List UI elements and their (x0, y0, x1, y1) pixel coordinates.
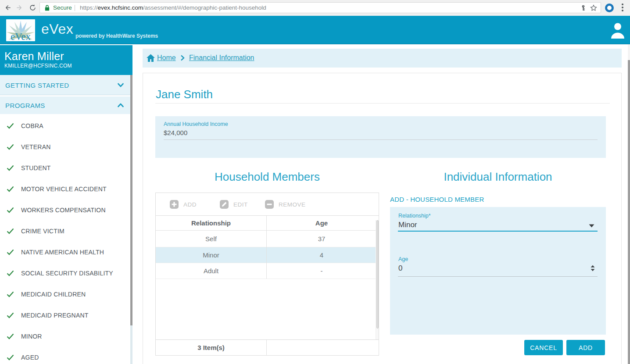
user-email: KMILLER@HCFSINC.COM (4, 63, 128, 69)
sidebar-item-aged[interactable]: AGED (0, 347, 130, 364)
income-underline (164, 139, 598, 140)
check-icon (7, 186, 14, 192)
sidebar-item-crime-victim[interactable]: CRIME VICTIM (0, 221, 130, 242)
forward-icon[interactable] (16, 4, 23, 11)
table-row-selected[interactable]: Minor 4 (156, 247, 379, 263)
edit-row-label: EDIT (233, 201, 248, 208)
sidebar-item-social-security-disability[interactable]: SOCIAL SECURITY DISABILITY (0, 263, 130, 284)
patient-name: Jane Smith (156, 88, 213, 101)
age-underline (398, 276, 598, 277)
sidebar-section-programs[interactable]: PROGRAMS (0, 96, 132, 114)
sidebar-item-label: NATIVE AMERICAN HEALTH (21, 249, 104, 256)
home-icon[interactable] (147, 54, 155, 62)
chevron-up-icon (118, 103, 124, 107)
add-row-button[interactable]: ADD (170, 200, 205, 209)
dropdown-caret-icon[interactable] (589, 224, 594, 228)
cell-relationship: Minor (156, 247, 266, 263)
check-icon (7, 312, 14, 318)
page-scrollbar-thumb[interactable] (628, 60, 630, 364)
cell-age: - (266, 263, 377, 279)
check-icon (7, 207, 14, 213)
sidebar-item-medicaid-pregnant[interactable]: MEDICAID PREGNANT (0, 305, 130, 326)
breadcrumb-home-link[interactable]: Home (157, 54, 176, 62)
main-content: Home Financial Information Jane Smith An… (132, 44, 630, 364)
income-section: Annual Household Income $24,000 (155, 116, 606, 158)
add-household-member-subtitle: ADD - HOUSEHOLD MEMBER (390, 196, 484, 203)
divider (155, 103, 610, 103)
user-profile-icon[interactable] (610, 22, 625, 39)
sidebar-item-motor-vehicle-accident[interactable]: MOTOR VEHICLE ACCIDENT (0, 178, 130, 200)
household-members-table: ADD EDIT REMOVE (155, 193, 379, 356)
sidebar-item-label: MINOR (21, 333, 42, 340)
address-bar[interactable]: Secure https://evex.hcfsinc.com/assessme… (39, 2, 601, 13)
browser-toolbar: Secure https://evex.hcfsinc.com/assessme… (0, 0, 630, 16)
column-header-age[interactable]: Age (266, 216, 377, 231)
evex-logo: eVex (6, 19, 35, 41)
table-row[interactable]: Adult - (156, 263, 379, 279)
check-icon (7, 291, 14, 297)
remove-row-label: REMOVE (279, 201, 306, 208)
minus-icon (265, 200, 274, 209)
table-scrollbar[interactable] (376, 220, 379, 339)
sidebar-section-getting-started[interactable]: GETTING STARTED (0, 75, 132, 95)
cell-age: 4 (266, 247, 377, 263)
item-count: 3 Item(s) (156, 340, 266, 356)
sidebar-item-label: MEDICAID PREGNANT (21, 312, 89, 319)
section-label: PROGRAMS (5, 102, 45, 109)
table-footer: 3 Item(s) (156, 339, 379, 355)
income-input[interactable]: $24,000 (164, 129, 187, 136)
breadcrumb: Home Financial Information (143, 49, 622, 68)
sidebar: Karen Miller KMILLER@HCFSINC.COM GETTING… (0, 44, 132, 364)
password-key-icon[interactable] (580, 4, 586, 11)
sidebar-item-label: AGED (21, 354, 39, 361)
table-row[interactable]: Self 37 (156, 231, 379, 247)
sidebar-item-native-american-health[interactable]: NATIVE AMERICAN HEALTH (0, 242, 130, 263)
sidebar-item-student[interactable]: STUDENT (0, 157, 130, 178)
column-separator (266, 216, 267, 279)
browser-menu-icon[interactable] (622, 4, 623, 12)
breadcrumb-financial-link[interactable]: Financial Information (189, 54, 254, 62)
sidebar-item-cobra[interactable]: COBRA (0, 115, 130, 136)
number-spinner-icon[interactable] (591, 265, 595, 271)
reload-icon[interactable] (29, 4, 36, 11)
back-icon[interactable] (4, 4, 11, 11)
edit-row-button[interactable]: EDIT (220, 200, 255, 209)
sidebar-item-label: SOCIAL SECURITY DISABILITY (21, 270, 113, 277)
evex-logo-text: eVex (11, 31, 31, 41)
plus-icon (170, 200, 179, 209)
chevron-down-icon (118, 83, 124, 87)
add-button[interactable]: ADD (566, 340, 605, 355)
sidebar-item-label: MOTOR VEHICLE ACCIDENT (21, 186, 107, 193)
secure-lock-icon[interactable] (45, 5, 50, 11)
url-host: evex.hcfsinc.com (98, 4, 143, 11)
cell-age: 37 (266, 231, 377, 247)
age-input[interactable]: 0 (398, 264, 402, 273)
table-header: Relationship Age (156, 216, 379, 231)
sidebar-item-label: STUDENT (21, 164, 51, 171)
cancel-button[interactable]: CANCEL (524, 340, 563, 355)
check-icon (7, 144, 14, 150)
address-separator (75, 5, 75, 11)
check-icon (7, 333, 14, 339)
bookmark-star-icon[interactable] (590, 4, 598, 12)
remove-row-button[interactable]: REMOVE (265, 200, 313, 209)
url-path: /assessment/#/demographic-patient-househ… (143, 4, 266, 11)
table-scrollbar-thumb[interactable] (376, 220, 379, 328)
sidebar-item-minor[interactable]: MINOR (0, 326, 130, 347)
cell-relationship: Self (156, 231, 266, 247)
sidebar-item-label: VETERAN (21, 143, 51, 150)
sidebar-item-workers-compensation[interactable]: WORKERS COMPENSATION (0, 200, 130, 221)
sidebar-item-label: CRIME VICTIM (21, 228, 64, 235)
individual-form: Relationship* Minor Age 0 (390, 207, 606, 335)
household-members-title: Household Members (155, 170, 379, 184)
url-text[interactable]: https://evex.hcfsinc.com/assessment/#/de… (80, 4, 266, 11)
page-scrollbar[interactable] (628, 44, 630, 364)
check-icon (7, 228, 14, 234)
relationship-select[interactable]: Minor (398, 221, 417, 229)
sidebar-item-veteran[interactable]: VETERAN (0, 136, 130, 157)
extension-icon[interactable] (605, 4, 614, 12)
sidebar-item-medicaid-children[interactable]: MEDICAID CHILDREN (0, 284, 130, 305)
column-header-relationship[interactable]: Relationship (156, 216, 266, 231)
table-toolbar: ADD EDIT REMOVE (156, 193, 379, 216)
secure-label[interactable]: Secure (53, 4, 72, 11)
